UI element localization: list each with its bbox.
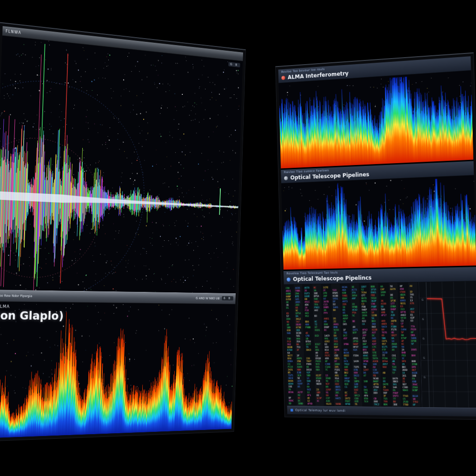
left-monitor: FLNWA G B Boo Rew Ndor Pipsrgia G AND W … (0, 22, 246, 441)
left-screen: FLNWA G B Boo Rew Ndor Pipsrgia G AND W … (0, 26, 243, 438)
optical-pipelines-plot-area (281, 175, 476, 270)
pipeline-log-table[interactable] (284, 282, 423, 407)
pipeline-metric-chart (419, 281, 476, 408)
optical-status-icon (284, 176, 288, 180)
alma-status-icon (281, 76, 285, 80)
sky-survey-panel: G B (0, 36, 243, 293)
pipeline-log-body (284, 281, 476, 408)
alma-panel-title: (on Glaplo) (0, 309, 64, 322)
metric-line-chart (419, 281, 476, 408)
right-monitor: Revloe Too bevour loe rouls ALMA Interfe… (275, 53, 476, 420)
pipeline-log-title: Optical Telescope Pipelincs (293, 275, 371, 283)
control-room-scene: FLNWA G B Boo Rew Ndor Pipsrgia G AND W … (0, 0, 476, 476)
spectrum-window-badge: 6 B (222, 296, 233, 300)
panel-alma-interferometry: Revloe Too bevour loe rouls ALMA Interfe… (278, 56, 474, 170)
alma-kicker-label: ALMA (0, 304, 10, 309)
log-table-canvas (284, 282, 422, 407)
starfield-waveform-plot (0, 36, 243, 293)
alma-interferometry-plot-area (278, 71, 473, 168)
right-screen: Revloe Too bevour loe rouls ALMA Interfe… (278, 56, 476, 416)
alma-interferometry-spectrogram (278, 71, 473, 168)
optical-pipelines-spectrogram (281, 175, 476, 270)
alma-spectrum-panel: ALMA (on Glaplo) (0, 302, 235, 438)
spectrum-window-title: Boo Rew Ndor Pipsrgia (0, 294, 32, 298)
panel-optical-pipelines: Rwvloe Tlae suooce Fawlows Optical Teles… (281, 161, 476, 271)
left-window-title: FLNWA (6, 29, 21, 35)
status-bar-icon (291, 409, 293, 411)
spectrum-window-right-text: G AND W NBO UB (196, 297, 219, 300)
panel-pipeline-log: Rovelea Tieo Telecount Tae louls Optical… (284, 267, 476, 408)
pipeline-status-icon (287, 278, 291, 282)
status-bar-text: Optical Telemay lur wuv landi (295, 409, 345, 413)
